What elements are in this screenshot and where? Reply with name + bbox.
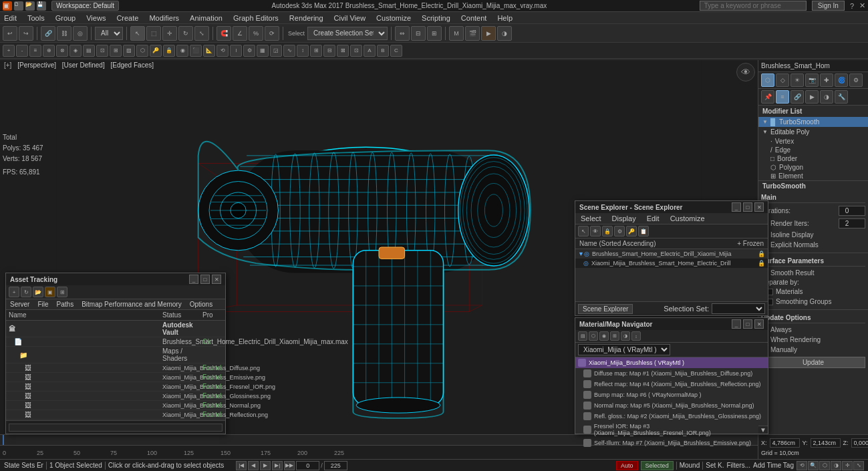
mat-tb-1[interactable]: ▤ bbox=[578, 331, 587, 341]
material-minimize-btn[interactable]: _ bbox=[732, 319, 741, 329]
modifier-editable-poly[interactable]: ▼ Editable Poly bbox=[758, 127, 868, 137]
menu-rendering[interactable]: Rendering bbox=[288, 14, 325, 22]
viewport-perspective[interactable]: [Perspective] bbox=[17, 61, 56, 69]
bind-btn[interactable]: ◎ bbox=[73, 26, 88, 41]
list-item[interactable]: 🖼 Xiaomi_Mijia_Brushless_Fresnel_IOR.png… bbox=[6, 382, 225, 391]
sub-polygon[interactable]: ⬡ Polygon bbox=[766, 163, 868, 172]
sub-btn-7[interactable]: ▤ bbox=[83, 45, 95, 57]
cameras-tab[interactable]: 📷 bbox=[805, 73, 819, 87]
sub-element[interactable]: ⊞ Element bbox=[766, 172, 868, 180]
menu-help[interactable]: Help bbox=[496, 14, 514, 22]
filter-dropdown[interactable]: All bbox=[95, 27, 123, 40]
systems-tab[interactable]: ⚙ bbox=[849, 73, 863, 87]
sub-btn-3[interactable]: ≡ bbox=[29, 45, 41, 57]
scene-minimize-btn[interactable]: _ bbox=[732, 202, 741, 212]
rotate-btn[interactable]: ↻ bbox=[178, 26, 193, 41]
geometry-tab[interactable]: ⬡ bbox=[761, 73, 774, 87]
material-btn[interactable]: M bbox=[449, 26, 464, 41]
mirror-btn[interactable]: ⇔ bbox=[395, 26, 410, 41]
scene-explorer-btn[interactable]: Scene Explorer bbox=[578, 304, 633, 314]
select-region-btn[interactable]: ⬚ bbox=[146, 26, 161, 41]
new-icon[interactable]: 🗋 bbox=[14, 1, 23, 11]
sub-btn-23[interactable]: ↕ bbox=[297, 45, 309, 57]
ts-materials-row[interactable]: Materials bbox=[761, 287, 865, 297]
asset-filter-btn[interactable]: ▣ bbox=[45, 287, 55, 297]
sub-btn-27[interactable]: ⊡ bbox=[350, 45, 362, 57]
asset-path-btn[interactable]: 📂 bbox=[33, 287, 43, 297]
asset-scrollbar[interactable] bbox=[9, 424, 223, 432]
selection-set-dropdown[interactable]: Create Selection Set bbox=[307, 27, 388, 40]
menu-edit[interactable]: Edit bbox=[3, 14, 18, 22]
scene-close-btn[interactable]: ✕ bbox=[754, 202, 764, 212]
sub-btn-6[interactable]: ◈ bbox=[69, 45, 82, 57]
ts-update-button[interactable]: Update bbox=[761, 357, 865, 368]
scene-tb-2[interactable]: 👁 bbox=[590, 226, 601, 237]
search-input[interactable] bbox=[700, 1, 807, 11]
nav-btn-6[interactable]: ⤡ bbox=[853, 461, 864, 470]
sub-btn-20[interactable]: ▦ bbox=[257, 45, 269, 57]
active-shade-btn[interactable]: ◑ bbox=[497, 26, 512, 41]
list-item[interactable]: ◎ Xiaomi_Mijia_Brushless_Smart_Home_Elec… bbox=[575, 259, 768, 268]
lights-tab[interactable]: ☀ bbox=[790, 73, 804, 87]
selection-set-dropdown[interactable] bbox=[712, 303, 765, 314]
menu-customize[interactable]: Customize bbox=[375, 14, 412, 22]
asset-restore-btn[interactable]: □ bbox=[200, 275, 210, 284]
asset-minimize-btn[interactable]: _ bbox=[189, 275, 198, 284]
list-item[interactable]: 🏛 Autodesk Vault bbox=[6, 321, 225, 337]
sub-btn-11[interactable]: ⬡ bbox=[136, 45, 148, 57]
sub-btn-1[interactable]: + bbox=[3, 45, 15, 57]
sub-btn-17[interactable]: ⟲ bbox=[216, 45, 229, 57]
redo-btn[interactable]: ↪ bbox=[19, 26, 33, 41]
menu-civil-view[interactable]: Civil View bbox=[333, 14, 367, 22]
menu-views[interactable]: Views bbox=[85, 14, 107, 22]
select-btn[interactable]: ↖ bbox=[130, 26, 145, 41]
sub-btn-9[interactable]: ⊞ bbox=[110, 45, 122, 57]
auto-key-btn[interactable]: Auto bbox=[616, 461, 638, 470]
ts-smooth-result-row[interactable]: Smooth Result bbox=[761, 268, 865, 278]
scene-tb-5[interactable]: 🔑 bbox=[626, 226, 637, 237]
scene-menu-edit[interactable]: Edit bbox=[645, 214, 661, 222]
viewport-eye-icon[interactable]: 👁 bbox=[736, 63, 755, 82]
frame-input[interactable] bbox=[296, 461, 319, 470]
sub-btn-29[interactable]: B bbox=[377, 45, 389, 57]
ts-explicit-row[interactable]: Explicit Normals bbox=[761, 240, 865, 250]
list-item[interactable]: Normal map: Map #5 (Xiaomi_Mijia_Brushle… bbox=[575, 400, 768, 411]
spacewarps-tab[interactable]: 🌀 bbox=[835, 73, 848, 87]
sign-in-button[interactable]: Sign In bbox=[812, 1, 845, 11]
list-item[interactable]: Fresnel IOR: Map #3 (Xiaomi_Mijia_Brushl… bbox=[575, 422, 768, 438]
play-btn[interactable]: ▶ bbox=[260, 461, 271, 470]
utilities-icon[interactable]: 🔧 bbox=[835, 90, 848, 104]
asset-refresh-btn[interactable]: ↻ bbox=[21, 287, 31, 297]
sub-btn-26[interactable]: ⊠ bbox=[337, 45, 349, 57]
open-icon[interactable]: 📂 bbox=[25, 1, 35, 11]
x-coord[interactable] bbox=[770, 438, 800, 448]
scene-menu-select[interactable]: Select bbox=[579, 214, 603, 222]
material-close-btn[interactable]: ✕ bbox=[754, 319, 764, 329]
scene-menu-customize[interactable]: Customize bbox=[669, 214, 706, 222]
mat-tb-2[interactable]: ⬡ bbox=[589, 331, 598, 341]
menu-scripting[interactable]: Scripting bbox=[420, 14, 452, 22]
scene-tb-1[interactable]: ↖ bbox=[578, 226, 589, 237]
menu-group[interactable]: Group bbox=[54, 14, 78, 22]
ts-render-iters-input[interactable] bbox=[839, 218, 865, 228]
mat-tb-4[interactable]: ⊞ bbox=[610, 331, 619, 341]
angle-snap[interactable]: ∠ bbox=[233, 26, 247, 41]
asset-close-btn[interactable]: ✕ bbox=[212, 275, 221, 284]
list-item[interactable]: Bump map: Map #6 ( VRayNormalMap ) bbox=[575, 389, 768, 400]
mat-tb-6[interactable]: ↕ bbox=[631, 331, 641, 341]
sub-btn-15[interactable]: ⬛ bbox=[190, 45, 202, 57]
list-item[interactable]: 🖼 Xiaomi_Mijia_Brushless_Diffuse.png Fou… bbox=[6, 363, 225, 373]
nav-btn-4[interactable]: ◑ bbox=[831, 461, 841, 470]
menu-tools[interactable]: Tools bbox=[26, 14, 46, 22]
viewport-user-defined[interactable]: [User Defined] bbox=[62, 61, 105, 69]
scene-tb-4[interactable]: ⚙ bbox=[614, 226, 625, 237]
mat-tb-5[interactable]: ◑ bbox=[621, 331, 630, 341]
undo-btn[interactable]: ↩ bbox=[3, 26, 17, 41]
asset-menu-paths[interactable]: Paths bbox=[57, 301, 74, 308]
go-end-btn[interactable]: ▶▶ bbox=[284, 461, 295, 470]
scene-tb-3[interactable]: 🔒 bbox=[602, 226, 613, 237]
sub-border[interactable]: □ Border bbox=[766, 154, 868, 163]
sub-btn-28[interactable]: A bbox=[364, 45, 376, 57]
sub-btn-18[interactable]: ≀ bbox=[230, 45, 242, 57]
close-icon[interactable]: ✕ bbox=[859, 1, 865, 10]
